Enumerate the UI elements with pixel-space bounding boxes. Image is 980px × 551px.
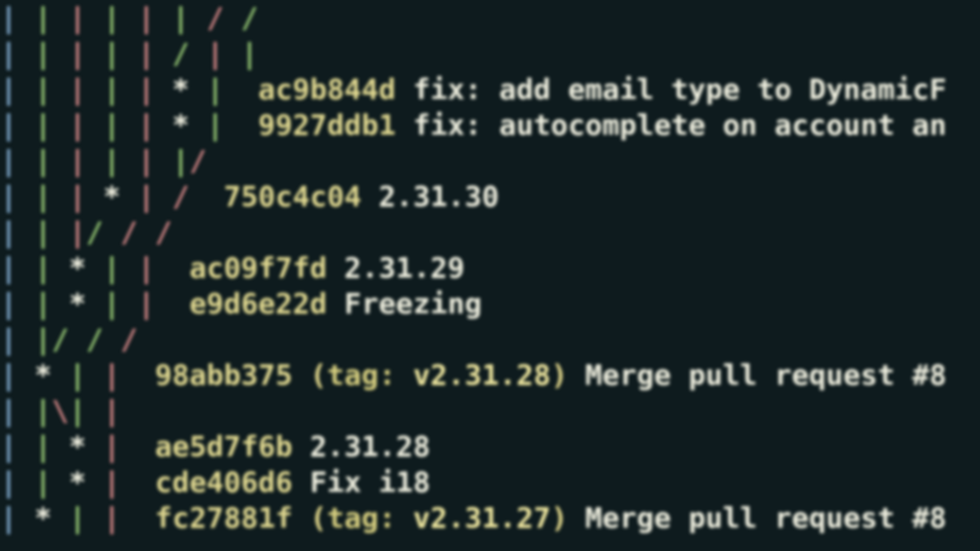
- graph-pipe-icon: |: [34, 465, 52, 498]
- git-log-line: | | | | | * | 9927ddb1 fix: autocomplete…: [0, 107, 980, 143]
- graph-pipe-icon: |: [103, 358, 120, 391]
- commit-node-icon: *: [172, 72, 189, 106]
- commit-message: fix: add email type to DynamicF: [413, 72, 946, 106]
- graph-pipe-icon: |: [0, 465, 17, 498]
- graph-pipe-icon: |: [0, 215, 17, 248]
- graph-pipe-icon: |: [0, 72, 17, 106]
- git-log-line: | | | | | | / /: [0, 0, 980, 36]
- graph-pipe-icon: |: [138, 144, 155, 177]
- commit-node-icon: *: [69, 287, 86, 320]
- graph-slash-icon: /: [86, 215, 104, 248]
- graph-slash-icon: /: [172, 180, 189, 213]
- graph-pipe-icon: |: [103, 287, 120, 320]
- graph-pipe-icon: |: [0, 358, 17, 391]
- graph-pipe-icon: |: [138, 1, 155, 34]
- graph-pipe-icon: |: [103, 251, 120, 284]
- commit-hash: 9927ddb1: [258, 108, 396, 141]
- tag-paren-open: (: [310, 501, 327, 534]
- graph-pipe-icon: |: [172, 144, 189, 177]
- graph-pipe-icon: |: [69, 180, 86, 213]
- graph-slash-icon: /: [241, 1, 258, 34]
- graph-pipe-icon: |: [138, 108, 155, 141]
- graph-pipe-icon: |: [69, 394, 86, 427]
- commit-node-icon: *: [34, 501, 52, 534]
- graph-pipe-icon: |: [0, 251, 17, 284]
- graph-pipe-icon: |: [69, 37, 86, 70]
- commit-node-icon: *: [69, 465, 86, 498]
- git-log-line: | |\| |: [0, 393, 980, 429]
- graph-pipe-icon: |: [207, 37, 224, 70]
- graph-pipe-icon: |: [0, 37, 17, 70]
- commit-hash: ae5d7f6b: [155, 430, 292, 463]
- graph-slash-icon: /: [86, 322, 104, 356]
- tag-paren-open: (: [310, 358, 327, 391]
- git-log-line: | | * | | e9d6e22d Freezing: [0, 286, 980, 321]
- graph-pipe-icon: |: [34, 37, 52, 70]
- commit-message: Freezing: [344, 287, 482, 320]
- graph-pipe-icon: |: [103, 394, 120, 427]
- graph-slash-icon: /: [52, 322, 69, 356]
- graph-pipe-icon: |: [138, 180, 155, 213]
- commit-hash: 750c4c04: [224, 180, 361, 213]
- graph-slash-icon: /: [120, 215, 138, 248]
- graph-pipe-icon: |: [138, 287, 155, 320]
- commit-message: fix: autocomplete on account an: [413, 108, 946, 141]
- commit-node-icon: *: [69, 430, 86, 463]
- git-log-line: | * | | 98abb375 (tag: v2.31.28) Merge p…: [0, 357, 980, 393]
- graph-pipe-icon: |: [0, 108, 17, 141]
- git-log-line: | |/ / /: [0, 321, 980, 357]
- graph-pipe-icon: |: [34, 322, 52, 356]
- commit-message: Merge pull request #8: [585, 358, 946, 391]
- commit-hash: ac09f7fd: [189, 251, 327, 284]
- graph-pipe-icon: |: [138, 251, 155, 284]
- graph-pipe-icon: |: [0, 394, 17, 427]
- commit-message: Merge pull request #8: [585, 501, 946, 534]
- graph-pipe-icon: |: [103, 430, 120, 463]
- graph-pipe-icon: |: [103, 1, 120, 34]
- git-log-line: | | | | | * | ac9b844d fix: add email ty…: [0, 71, 980, 107]
- graph-pipe-icon: |: [0, 144, 17, 177]
- graph-pipe-icon: |: [138, 37, 155, 70]
- graph-pipe-icon: |: [34, 251, 52, 284]
- commit-node-icon: *: [103, 180, 120, 213]
- git-log-line: | | | | | / | |: [0, 36, 980, 71]
- graph-pipe-icon: |: [207, 72, 224, 106]
- graph-slash-icon: /: [189, 144, 207, 177]
- git-log-line: | * | | fc27881f (tag: v2.31.27) Merge p…: [0, 500, 980, 536]
- graph-pipe-icon: |: [69, 144, 86, 177]
- commit-message: 2.31.30: [379, 180, 499, 213]
- graph-pipe-icon: |: [69, 1, 86, 34]
- graph-pipe-icon: |: [138, 72, 155, 106]
- graph-pipe-icon: |: [34, 394, 52, 427]
- graph-pipe-icon: |: [0, 287, 17, 320]
- git-log-line: | | |/ / /: [0, 214, 980, 250]
- graph-pipe-icon: |: [103, 108, 120, 141]
- commit-hash: 98abb375: [155, 358, 292, 391]
- graph-pipe-icon: |: [103, 465, 120, 498]
- graph-pipe-icon: |: [0, 180, 17, 213]
- git-log-line: | | * | cde406d6 Fix i18: [0, 464, 980, 500]
- graph-backslash-icon: \: [52, 394, 69, 427]
- graph-pipe-icon: |: [241, 37, 258, 70]
- graph-slash-icon: /: [120, 322, 138, 356]
- graph-pipe-icon: |: [34, 144, 52, 177]
- commit-message: 2.31.28: [310, 430, 430, 463]
- tag-paren-close: ): [551, 501, 568, 534]
- commit-node-icon: *: [34, 358, 52, 391]
- graph-pipe-icon: |: [34, 430, 52, 463]
- graph-pipe-icon: |: [34, 1, 52, 34]
- commit-hash: cde406d6: [155, 465, 292, 498]
- tag-keyword: tag:: [327, 501, 396, 534]
- tag-value: v2.31.28: [413, 358, 551, 391]
- graph-pipe-icon: |: [69, 358, 86, 391]
- git-log-line: | | * | | ac09f7fd 2.31.29: [0, 250, 980, 286]
- git-log-line: | | * | ae5d7f6b 2.31.28: [0, 429, 980, 464]
- graph-pipe-icon: |: [34, 180, 52, 213]
- graph-pipe-icon: |: [69, 501, 86, 534]
- commit-node-icon: *: [69, 251, 86, 284]
- commit-message: Fix i18: [310, 465, 430, 498]
- graph-pipe-icon: |: [69, 72, 86, 106]
- graph-pipe-icon: |: [172, 1, 189, 34]
- graph-pipe-icon: |: [103, 501, 120, 534]
- commit-hash: fc27881f: [155, 501, 292, 534]
